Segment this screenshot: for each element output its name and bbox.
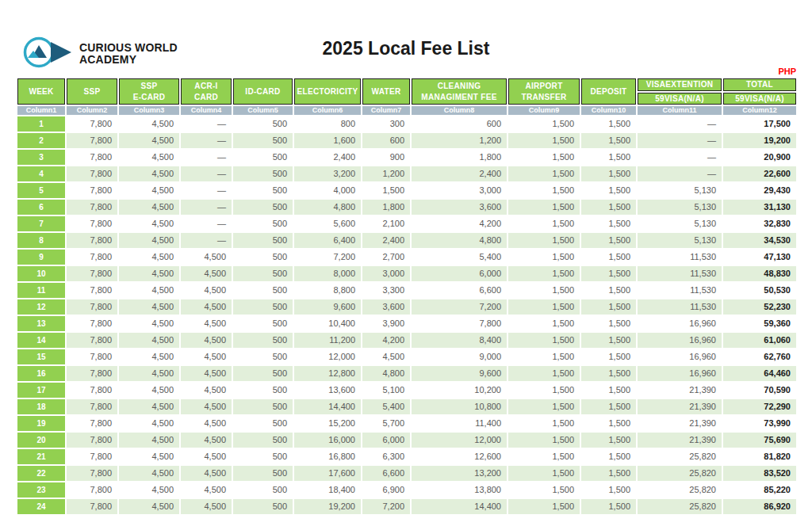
electoricity-cell: 16,800 [294,449,361,464]
total-cell: 75,690 [723,433,796,448]
col-header-ssp: SSP [67,78,117,105]
fee-table-row: 10 7,800 4,500 4,500 500 8,000 3,000 6,0… [17,266,796,281]
water-cell: 1,800 [362,200,410,215]
cleaning-fee-cell: 11,400 [412,416,507,431]
id-card-cell: 500 [233,482,293,498]
currency-label: PHP [778,67,796,76]
acri-card-cell: 4,500 [181,266,232,281]
total-cell: 73,990 [723,416,796,431]
ssp-cell: 7,800 [67,299,117,315]
electoricity-cell: 11,200 [294,333,361,348]
deposit-cell: 1,500 [581,399,636,414]
fee-table-row: 14 7,800 4,500 4,500 500 11,200 4,200 8,… [17,333,796,348]
ssp-cell: 7,800 [67,200,117,215]
fee-table-row: 17 7,800 4,500 4,500 500 13,600 5,100 10… [17,383,796,398]
water-cell: 5,400 [362,399,410,414]
airport-transfer-cell: 1,500 [508,449,580,464]
week-cell: 3 [17,150,65,165]
ssp-ecard-cell: 4,500 [119,499,179,514]
id-card-cell: 500 [233,366,293,381]
acri-card-cell: 4,500 [181,482,232,498]
visaextention-cell: 5,130 [638,200,722,215]
cleaning-fee-cell: 3,000 [412,183,507,198]
fee-table-row: 1 7,800 4,500 — 500 800 300 600 1,500 1,… [17,116,796,132]
water-cell: 6,300 [362,449,410,464]
id-card-cell: 500 [233,449,293,464]
electoricity-cell: 1,600 [294,133,361,148]
deposit-cell: 1,500 [581,200,636,215]
ssp-ecard-cell: 4,500 [119,482,179,498]
ssp-ecard-cell: 4,500 [119,266,179,281]
ssp-ecard-cell: 4,500 [119,250,179,265]
ssp-cell: 7,800 [67,166,117,181]
electoricity-cell: 2,400 [294,150,361,165]
acri-card-cell: 4,500 [181,366,232,381]
total-cell: 32,830 [723,216,796,231]
deposit-cell: 1,500 [581,466,636,481]
id-card-cell: 500 [233,233,293,248]
week-cell: 16 [17,366,65,381]
deposit-cell: 1,500 [581,166,636,181]
total-cell: 70,590 [723,383,796,398]
deposit-cell: 1,500 [581,383,636,398]
electoricity-cell: 4,800 [294,200,361,215]
electoricity-cell: 16,000 [294,433,361,448]
airport-transfer-cell: 1,500 [508,200,580,215]
visaextention-cell: — [638,116,722,132]
acri-card-cell: — [181,183,232,198]
electoricity-cell: 8,800 [294,283,361,298]
visaextention-cell: 25,820 [638,449,722,464]
acri-card-cell: 4,500 [181,399,232,414]
week-cell: 17 [17,383,65,398]
column-key: Column8 [412,106,507,115]
visaextention-cell: 11,530 [638,250,722,265]
visaextention-cell: 25,820 [638,499,722,514]
ssp-ecard-cell: 4,500 [119,283,179,298]
airport-transfer-cell: 1,500 [508,283,580,298]
water-cell: 300 [362,116,410,132]
id-card-cell: 500 [233,150,293,165]
fee-table-row: 21 7,800 4,500 4,500 500 16,800 6,300 12… [17,449,796,464]
id-card-cell: 500 [233,200,293,215]
total-cell: 72,290 [723,399,796,414]
total-cell: 47,130 [723,250,796,265]
ssp-cell: 7,800 [67,466,117,481]
total-cell: 62,760 [723,349,796,364]
column-key: Column9 [508,106,580,115]
id-card-cell: 500 [233,433,293,448]
water-cell: 4,500 [362,349,410,364]
visaextention-cell: 21,390 [638,433,722,448]
week-cell: 5 [17,183,65,198]
cleaning-fee-cell: 600 [412,116,507,132]
column-key: Column1 [17,106,65,115]
airport-transfer-cell: 1,500 [508,466,580,481]
visaextention-cell: 21,390 [638,416,722,431]
electoricity-cell: 17,600 [294,466,361,481]
deposit-cell: 1,500 [581,250,636,265]
water-cell: 6,600 [362,466,410,481]
week-cell: 1 [17,116,65,132]
electoricity-cell: 3,200 [294,166,361,181]
visaextention-cell: 16,960 [638,333,722,348]
electoricity-cell: 9,600 [294,299,361,315]
col-header-id-card: ID-CARD [233,78,293,105]
week-cell: 10 [17,266,65,281]
total-cell: 83,520 [723,466,796,481]
ssp-ecard-cell: 4,500 [119,366,179,381]
airport-transfer-cell: 1,500 [508,499,580,514]
fee-table-row: 11 7,800 4,500 4,500 500 8,800 3,300 6,6… [17,283,796,298]
week-cell: 13 [17,316,65,331]
acri-card-cell: 4,500 [181,499,232,514]
ssp-cell: 7,800 [67,499,117,514]
week-cell: 18 [17,399,65,414]
ssp-ecard-cell: 4,500 [119,416,179,431]
airport-transfer-cell: 1,500 [508,299,580,315]
ssp-ecard-cell: 4,500 [119,216,179,231]
cleaning-fee-cell: 8,400 [412,333,507,348]
ssp-cell: 7,800 [67,283,117,298]
airport-transfer-cell: 1,500 [508,482,580,498]
total-cell: 29,430 [723,183,796,198]
week-cell: 14 [17,333,65,348]
col-header-total: TOTAL [723,78,796,91]
airport-transfer-cell: 1,500 [508,366,580,381]
